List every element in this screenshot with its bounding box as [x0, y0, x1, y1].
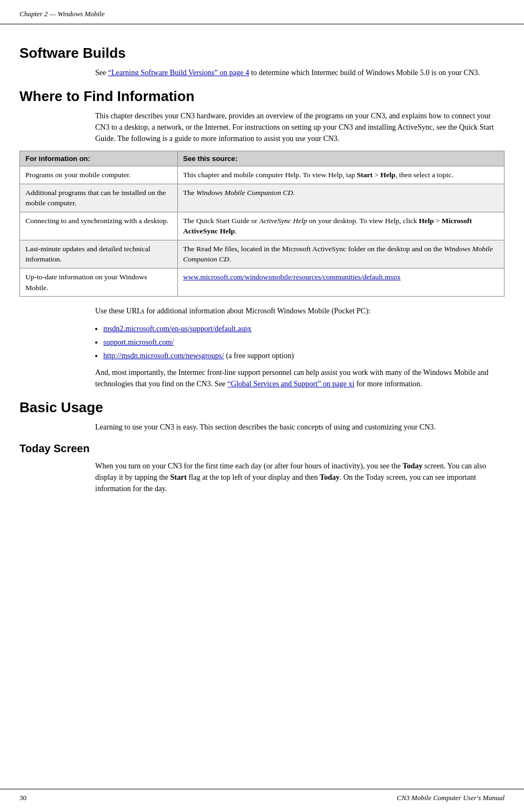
today-screen-body: When you turn on your CN3 for the first …	[95, 460, 505, 494]
after-table-intro: Use these URLs for additional informatio…	[95, 305, 505, 317]
main-content: Software Builds See “Learning Software B…	[0, 24, 524, 544]
after-bullets-after: for more information.	[354, 380, 422, 388]
url-bullet-list: msdn2.microsoft.com/en-us/support/defaul…	[103, 323, 505, 361]
page-header: Chapter 2 — Windows Mobile	[0, 0, 524, 24]
page-footer: 30 CN3 Mobile Computer User's Manual	[0, 789, 524, 802]
table-header-col2: See this source:	[177, 151, 504, 166]
table-row: Up-to-date information on your Windows M…	[20, 268, 505, 296]
table-header-col1: For information on:	[20, 151, 178, 166]
table-cell-col2: www.microsoft.com/windowsmobile/resource…	[177, 268, 504, 296]
after-bullets-text: And, most importantly, the Intermec fron…	[95, 367, 505, 390]
url-link-3-suffix: (a free support option)	[224, 352, 294, 360]
table-cell-col1: Up-to-date information on your Windows M…	[20, 268, 178, 296]
table-cell-col2: This chapter and mobile computer Help. T…	[177, 166, 504, 184]
table-cell-col2: The Quick Start Guide or ActiveSync Help…	[177, 212, 504, 240]
table-cell-col1: Last-minute updates and detailed technic…	[20, 240, 178, 268]
basic-usage-heading: Basic Usage	[19, 399, 505, 416]
table-cell-col1: Additional programs that can be installe…	[20, 184, 178, 212]
table-row: Additional programs that can be installe…	[20, 184, 505, 212]
software-builds-text-after: to determine which Intermec build of Win…	[249, 69, 480, 77]
software-builds-heading: Software Builds	[19, 45, 505, 62]
global-services-link[interactable]: “Global Services and Support” on page xi	[228, 380, 355, 388]
software-builds-text-before: See	[95, 69, 108, 77]
table-row: Programs on your mobile computer. This c…	[20, 166, 505, 184]
url-link-3[interactable]: http://msdn.microsoft.com/newsgroups/	[103, 352, 224, 360]
basic-usage-body: Learning to use your CN3 is easy. This s…	[95, 421, 505, 433]
list-item: http://msdn.microsoft.com/newsgroups/ (a…	[103, 350, 505, 361]
table-row: Last-minute updates and detailed technic…	[20, 240, 505, 268]
software-builds-link[interactable]: “Learning Software Build Versions” on pa…	[108, 69, 249, 77]
list-item: support.microsoft.com/	[103, 337, 505, 348]
table-row: Connecting to and synchronizing with a d…	[20, 212, 505, 240]
table-cell-col2: The Read Me files, located in the Micros…	[177, 240, 504, 268]
windows-mobile-url-link[interactable]: www.microsoft.com/windowsmobile/resource…	[183, 273, 401, 281]
where-to-find-heading: Where to Find Information	[19, 88, 505, 105]
url-link-1[interactable]: msdn2.microsoft.com/en-us/support/defaul…	[103, 325, 251, 333]
information-table: For information on: See this source: Pro…	[19, 151, 505, 297]
table-cell-col2: The Windows Mobile Companion CD.	[177, 184, 504, 212]
table-cell-col1: Programs on your mobile computer.	[20, 166, 178, 184]
software-builds-body: See “Learning Software Build Versions” o…	[95, 67, 505, 78]
where-to-find-intro: This chapter describes your CN3 hardware…	[95, 110, 505, 144]
today-screen-heading: Today Screen	[19, 442, 505, 455]
table-cell-col1: Connecting to and synchronizing with a d…	[20, 212, 178, 240]
page-container: Chapter 2 — Windows Mobile Software Buil…	[0, 0, 524, 812]
footer-manual-title: CN3 Mobile Computer User's Manual	[397, 794, 505, 802]
footer-page-number: 30	[19, 794, 26, 802]
header-chapter-text: Chapter 2 — Windows Mobile	[19, 10, 104, 18]
list-item: msdn2.microsoft.com/en-us/support/defaul…	[103, 323, 505, 334]
url-link-2[interactable]: support.microsoft.com/	[103, 338, 174, 346]
